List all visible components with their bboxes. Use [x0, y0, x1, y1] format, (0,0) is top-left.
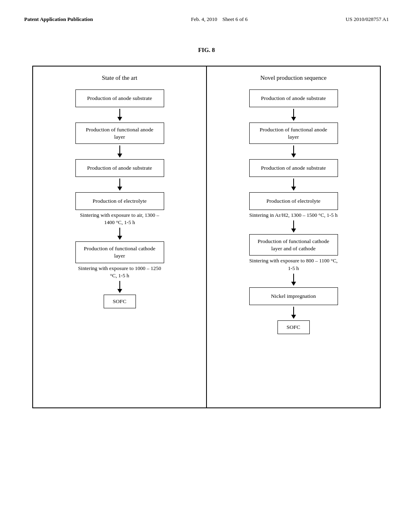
arrow-head — [291, 282, 296, 286]
arrow-head — [117, 236, 122, 240]
arrow-head — [117, 154, 122, 158]
arrow-r1 — [291, 109, 296, 121]
left-step-2: Production of functional anode layer — [75, 123, 164, 144]
arrow-head — [291, 187, 296, 191]
right-step-1: Production of anode substrate — [249, 89, 338, 107]
arrow-r5 — [291, 274, 296, 286]
arrow-line — [293, 307, 294, 315]
left-step-3: Production of anode substrate — [75, 159, 164, 177]
header-right: US 2010/028757 A1 — [346, 16, 389, 23]
left-sinter-1: Sintering with exposure to air, 1300 – 1… — [75, 212, 164, 226]
arrow-line — [119, 145, 120, 154]
arrow-head — [117, 117, 122, 121]
arrow-head — [291, 315, 296, 319]
right-sinter-2: Sintering with exposure to 800 – 1100 °C… — [249, 257, 338, 272]
arrow-line — [293, 145, 294, 154]
arrow-r4 — [291, 220, 296, 233]
right-col-heading: Novel production sequence — [260, 75, 326, 81]
arrow-r3 — [291, 179, 296, 191]
arrow-5 — [117, 281, 122, 293]
arrow-3 — [117, 179, 122, 191]
arrow-r2 — [291, 145, 296, 158]
left-step-4: Production of electrolyte — [75, 192, 164, 210]
arrow-head — [117, 289, 122, 293]
arrow-head — [117, 187, 122, 191]
arrow-line — [293, 179, 294, 187]
arrow-2 — [117, 145, 122, 158]
left-step-5: Production of functional cathode layer — [75, 241, 164, 263]
page: Patent Application Publication Feb. 4, 2… — [0, 0, 413, 532]
arrow-4 — [117, 228, 122, 240]
right-column: Novel production sequence Production of … — [207, 66, 380, 407]
header-center: Feb. 4, 2010 Sheet 6 of 6 — [191, 16, 248, 23]
arrow-line — [119, 281, 120, 289]
left-sinter-2: Sintering with exposure to 1000 – 1250 °… — [75, 265, 164, 279]
right-step-4: Production of electrolyte — [249, 192, 338, 210]
arrow-head — [291, 229, 296, 233]
arrow-line — [293, 109, 294, 117]
arrow-head — [291, 154, 296, 158]
fig-title: FIG. 8 — [24, 47, 389, 54]
right-step-3: Production of anode substrate — [249, 159, 338, 177]
header: Patent Application Publication Feb. 4, 2… — [24, 16, 389, 23]
arrow-line — [293, 220, 294, 229]
arrow-line — [119, 228, 120, 236]
right-step-6: Nickel impregnation — [249, 287, 338, 305]
header-date: Feb. 4, 2010 — [191, 16, 217, 22]
left-sofc: SOFC — [104, 295, 136, 308]
diagram: State of the art Production of anode sub… — [32, 66, 381, 408]
right-step-5: Production of functional cathode layer a… — [249, 234, 338, 256]
arrow-r6 — [291, 307, 296, 319]
right-step-2: Production of functional anode layer — [249, 123, 338, 144]
arrow-1 — [117, 109, 122, 121]
left-column: State of the art Production of anode sub… — [33, 66, 207, 407]
arrow-head — [291, 117, 296, 121]
header-sheet: Sheet 6 of 6 — [223, 16, 248, 22]
left-step-1: Production of anode substrate — [75, 89, 164, 107]
right-sofc: SOFC — [277, 320, 310, 334]
right-sinter-1: Sintering in Ar/H2, 1300 – 1500 °C, 1-5 … — [249, 212, 338, 219]
left-col-heading: State of the art — [102, 75, 138, 81]
arrow-line — [119, 109, 120, 117]
arrow-line — [293, 274, 294, 282]
arrow-line — [119, 179, 120, 187]
header-left: Patent Application Publication — [24, 16, 93, 23]
